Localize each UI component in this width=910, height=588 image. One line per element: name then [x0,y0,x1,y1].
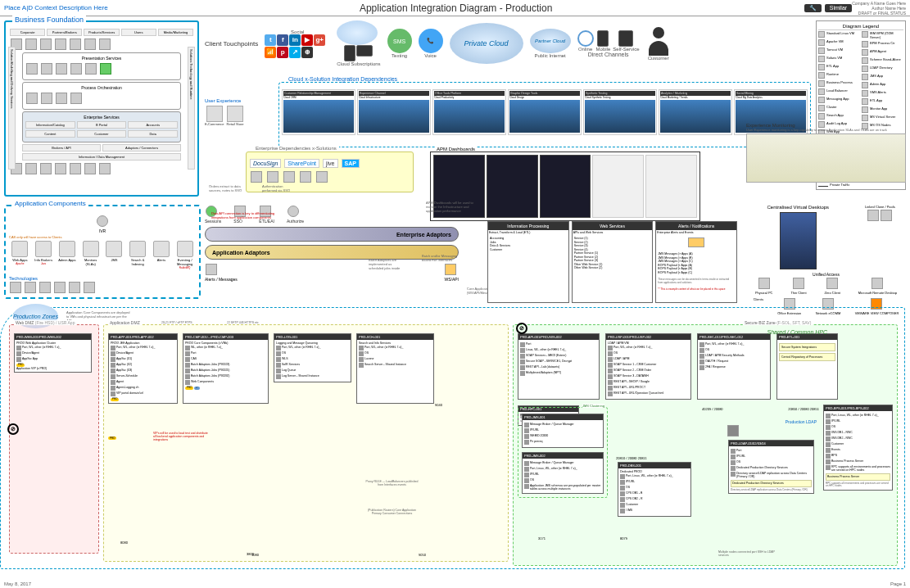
app-dmz-zone: Application DMZ 20-21 FTP / sFTP FTPS 22… [103,324,509,562]
badge-2: Similar [825,4,852,12]
docusign-logo: DocuSign [250,159,281,168]
header-meta: Company A Name Goes Here Author Name Her… [852,1,906,16]
dep-card: Office Tools PlatformCloud Productivity [432,89,506,135]
jive-logo: jive [323,159,338,168]
apm-dash-2 [487,155,538,218]
customer-icon [646,27,671,56]
lc-icon [100,63,111,75]
footer-page: Page 1 [890,581,906,586]
enterprise-adaptors-bar: Enterprise Adaptors [205,227,459,242]
web-dmz-zone: Web DMZ (Fire HSD) / USR App PRD-WEB-001… [9,324,99,554]
server-sch: PRD-SCH-001 Search and Info ServicesPort… [356,333,434,404]
apm-dash-3 [540,155,591,218]
info-processing-card: Information Processing Extract, Transfor… [487,221,569,303]
dep-card: Synthetic TestingCloud Synthetic Testing [583,89,657,135]
dep-card: Graphic Design ToolsCloud Design [508,89,582,135]
youtube-icon: ▶ [301,34,313,46]
stop-icon-2: ⊘ [516,323,527,334]
server-web: PRD-WEB-001/PRD-WEB-002 PROD Web Applica… [14,333,92,373]
production-zones: Production Zones Application Core Compon… [0,307,905,569]
server-dbs: PRD-DBS-001 Dedicated PRODPort, Linux, W… [618,462,691,517]
virt-rack-icon [780,212,817,269]
gplus-icon: g+ [314,34,325,46]
secure-biz-zone: Secure BIZ Zone (F-SOL, SFT, SAV) ⊘ PRD-… [513,324,898,566]
tp-title: Client Touchpoints [205,40,258,47]
touchpoints: Client Touchpoints Social t f in ▶ g+ 📶 … [205,20,901,70]
ac-item: JMS [103,241,125,269]
business-foundation: Business Foundation Solution Modelling a… [4,20,199,197]
ac-item: Info BrokersJava [33,241,55,269]
bf-enterprise: Enterprise Services Information/Catalog … [22,111,181,142]
wifi-icon: ⊕ [301,47,313,58]
retail-icon [227,106,243,122]
web-services-card: Web Services APIs and Web Services Servi… [572,221,654,303]
server-api: PRD-API-001/PRD-IWS-002 PortLinux, WL, o… [518,333,600,400]
partner-cloud: Partner Cloud [530,29,571,53]
server-cmp: PRD-CMP-001/.../PRD-CMP-003 PROD Core Co… [183,333,269,404]
server-sec: PRD-SEC-011/PRD-SEC-012 Port, WL, other … [697,333,771,400]
ac-item: Eventing / MessagingRabbitMQ [174,241,196,269]
server-etl: PRD-ETL-001 Secure System IntegrationsCe… [776,333,838,400]
exp-map [746,133,906,183]
ac-item: Web AppsApache [9,241,31,269]
server-usp: PRD-USP-001/PRD-USP-002 LDAP / APM VMPor… [605,333,691,400]
ac-item: Monitors (SLAs) [79,241,102,269]
bf-side-right: Solutions Technology and Runtime [188,47,195,170]
header: Place A|D Context Description Here Appli… [0,0,910,16]
server-app: PRD-APP-001/PRD-APP-002 PROD JEE Applica… [108,333,178,404]
bf-title: Business Foundation [12,16,86,24]
sms-icon: SMS [387,29,412,53]
sharepoint-logo: SharePoint [284,159,319,168]
private-cloud: Private Cloud [450,23,523,64]
bf-side-left: Solution Modelling and Delivery Services [8,47,16,170]
cloud-sub-icon [337,20,378,45]
stop-icon: ⊘ [7,423,19,435]
info-cards: Information Processing Extract, Transfor… [487,221,737,303]
pinterest-icon: p [277,47,288,58]
apm-dash-4 [592,155,644,218]
app-components: Application Components IVR CAS only will… [4,205,201,299]
diagram-title: Application Integration Diagram - Produc… [108,2,804,14]
experience-monitoring: Experience Monitoring User Experience mo… [746,123,906,183]
footer: May 8, 2017 Page 1 [4,581,906,586]
server-log: PRD-LOG-001 Logging and Message Queueing… [274,333,351,382]
cloud-dependencies: Cloud x-Solution Integration Dependencie… [278,82,811,147]
share-icon: ↗ [289,47,301,58]
ecommerce-icon [206,106,223,122]
context-label: Place A|D Context Description Here [4,4,108,11]
globe-icon [577,30,594,47]
ldap-cluster: Production LDAP PRD-LDAP-01/02/03/04 Por… [727,419,817,495]
header-badges: 🔧 Similar [804,4,852,12]
ac-item: Admin Apps [57,241,79,269]
kiosk-icon [618,30,633,47]
bf-orchestration: Process Orchestration [22,82,181,110]
voice-icon: 📞 [419,29,443,53]
app-adaptors-bar: Application Adaptors [205,245,459,260]
badge-1: 🔧 [804,4,822,12]
rss-icon: 📶 [265,47,276,58]
mobile-icon [597,30,609,47]
footer-date: May 8, 2017 [4,581,31,586]
user-experience: User Experience E-Commerce Retail Store [205,98,274,126]
jms-cluster: JMS Clustering PRD-JMS-001 Message Broke… [518,407,608,498]
alerts-card: Alerts / Notifications Enterprise Alerts… [655,221,737,303]
ac-item: Search & Indexing [127,241,149,269]
social-icons: t f in ▶ g+ 📶 p ↗ ⊕ [265,34,330,58]
apm-dash-5 [645,155,697,218]
dep-card: Analytics / MarketingCloud Marketing / T… [659,89,732,135]
main-canvas: Business Foundation Solution Modelling a… [0,16,910,573]
sap-logo: SAP [342,159,360,168]
bf-presentation: Presentation Services [22,52,181,80]
twitter-icon: t [265,34,276,46]
bf-top-row: Corporate Partners/Brokers Products/Serv… [10,29,193,36]
facebook-icon: f [277,34,288,46]
dep-card: Customer Relationship ManagementCloud CR… [282,89,355,135]
server-bps: PRD-BPS-001/PRD-BPS-002 Port, Linux, WL,… [823,405,893,491]
dep-card: Experience ChannelCloud Infrastructure [357,89,431,135]
linkedin-icon: in [289,34,301,46]
ac-item: Alerts [151,241,173,269]
virtual-desktops: Centralised Virtual Desktops Linked Clon… [746,205,906,311]
